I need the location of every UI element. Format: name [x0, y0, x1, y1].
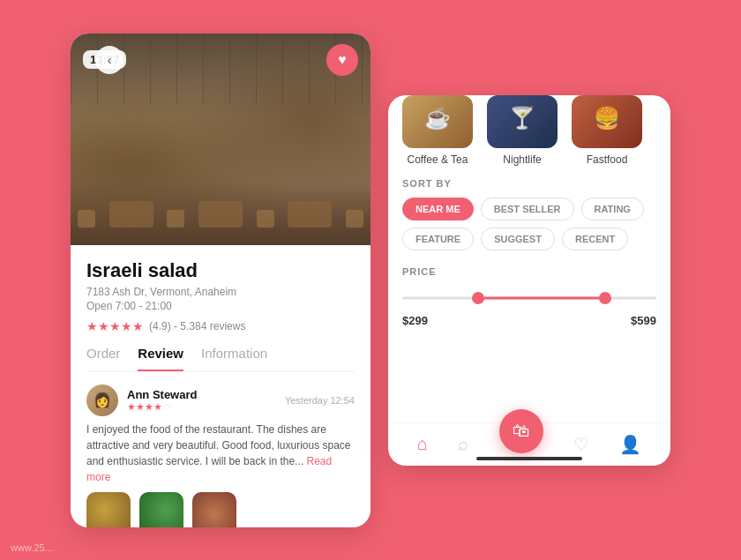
restaurant-detail-card: ‹ 13:37 ♥ Israeli salad 7183 Ash Dr, Ver… — [71, 34, 370, 527]
review-item: 👩 Ann Steward ★★★★☆ Yesterday 12:54 I en… — [86, 385, 355, 527]
card-content: Israeli salad 7183 Ash Dr, Vermont, Anah… — [71, 245, 370, 527]
bag-icon: 🛍 — [513, 421, 530, 441]
filter-card: Coffee & Tea Nightlife Fastfood SORT BY … — [388, 95, 670, 466]
sort-buttons-row-1: NEAR ME BEST SELLER RATING — [402, 198, 656, 220]
watermark: www.25... — [11, 542, 53, 553]
restaurant-image: ‹ 13:37 ♥ — [71, 34, 370, 245]
reviewer-left: 👩 Ann Steward ★★★★☆ — [86, 385, 197, 416]
back-button[interactable]: ‹ — [95, 46, 124, 74]
sort-suggest[interactable]: SUGGEST — [481, 228, 555, 250]
cart-button[interactable]: 🛍 — [499, 409, 543, 453]
nightlife-label: Nightlife — [503, 153, 541, 166]
food-thumbnail-2 — [139, 492, 183, 527]
food-thumbnail-1 — [86, 492, 131, 527]
category-fastfood[interactable]: Fastfood — [572, 95, 642, 166]
price-slider[interactable] — [402, 289, 656, 307]
price-title: PRICE — [402, 266, 656, 277]
reviewer-name: Ann Steward — [127, 388, 197, 401]
sort-near-me[interactable]: NEAR ME — [402, 198, 474, 220]
restaurant-hours: Open 7:00 - 21:00 — [86, 300, 355, 312]
favorite-button[interactable]: ♥ — [326, 44, 358, 76]
slider-fill — [478, 296, 605, 299]
bottom-nav: ⌂ ⌕ 🛍 ♡ 👤 — [388, 422, 670, 466]
price-max-label: $599 — [631, 314, 656, 327]
review-text: I enjoyed the food of the restaurant. Th… — [86, 422, 355, 485]
slider-thumb-max[interactable] — [599, 292, 611, 304]
tab-information[interactable]: Information — [201, 346, 267, 371]
reviewer-row: 👩 Ann Steward ★★★★☆ Yesterday 12:54 — [86, 385, 355, 416]
price-section: PRICE $299 $599 — [388, 258, 670, 327]
nightlife-image — [487, 95, 558, 148]
heart-icon[interactable]: ♡ — [573, 434, 589, 455]
review-time: Yesterday 12:54 — [285, 395, 355, 406]
rating-value: (4.9) - 5.384 reviews — [149, 320, 245, 332]
search-icon[interactable]: ⌕ — [458, 434, 468, 454]
price-min-label: $299 — [402, 314, 428, 327]
sort-best-seller[interactable]: BEST SELLER — [481, 198, 574, 220]
home-indicator — [476, 457, 582, 460]
sort-recent[interactable]: RECENT — [562, 228, 628, 250]
coffee-label: Coffee & Tea — [408, 153, 468, 166]
sort-rating[interactable]: RATING — [581, 198, 644, 220]
sort-section: SORT BY NEAR ME BEST SELLER RATING FEATU… — [388, 178, 670, 258]
restaurant-address: 7183 Ash Dr, Vermont, Anaheim — [86, 286, 355, 298]
home-icon[interactable]: ⌂ — [417, 434, 428, 454]
sort-title: SORT BY — [402, 178, 656, 189]
sort-feature[interactable]: FEATURE — [402, 228, 474, 250]
restaurant-name: Israeli salad — [86, 259, 355, 282]
tab-review[interactable]: Review — [138, 346, 183, 371]
star-icons: ★★★★★ — [86, 319, 144, 333]
tabs-row: Order Review Information — [86, 346, 355, 372]
fastfood-label: Fastfood — [587, 153, 628, 166]
category-coffee[interactable]: Coffee & Tea — [402, 95, 473, 166]
category-row: Coffee & Tea Nightlife Fastfood — [388, 95, 670, 178]
sort-buttons-row-2: FEATURE SUGGEST RECENT — [402, 228, 656, 250]
tab-order[interactable]: Order — [86, 346, 120, 371]
price-labels: $299 $599 — [402, 314, 656, 327]
fastfood-image — [572, 95, 642, 148]
reviewer-avatar: 👩 — [86, 385, 118, 416]
slider-thumb-min[interactable] — [472, 292, 484, 304]
rating-row: ★★★★★ (4.9) - 5.384 reviews — [86, 319, 355, 333]
category-nightlife[interactable]: Nightlife — [487, 95, 558, 166]
reviewer-stars: ★★★★☆ — [127, 401, 197, 413]
user-icon[interactable]: 👤 — [619, 434, 641, 455]
food-thumbnails — [86, 492, 355, 527]
coffee-image — [402, 95, 473, 148]
food-thumbnail-3 — [192, 492, 236, 527]
